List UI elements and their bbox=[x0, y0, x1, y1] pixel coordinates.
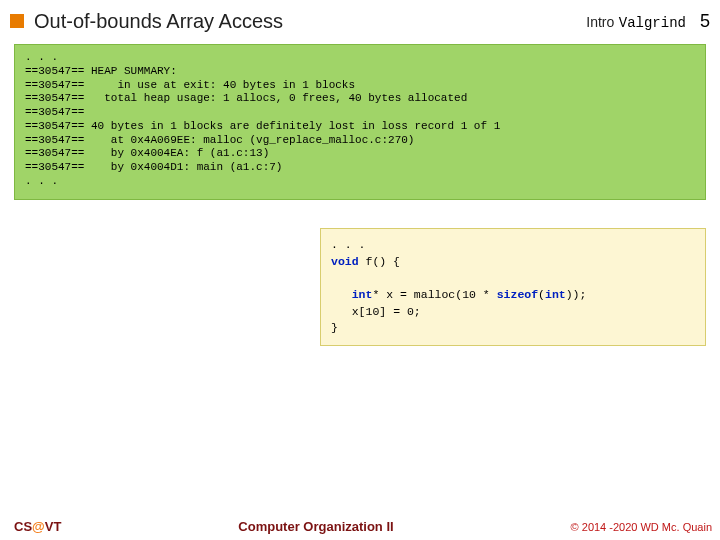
topic-label: Intro Valgrind bbox=[586, 13, 686, 31]
header-right-group: Intro Valgrind 5 bbox=[586, 11, 710, 32]
footer-center: Computer Organization II bbox=[61, 519, 570, 534]
footer-course: CS@VT bbox=[14, 519, 61, 534]
footer-course-prefix: CS bbox=[14, 519, 32, 534]
valgrind-output-text: . . . ==30547== HEAP SUMMARY: ==30547== … bbox=[25, 51, 695, 189]
topic-code: Valgrind bbox=[619, 15, 686, 31]
source-code-box: . . . void f() { int* x = malloc(10 * si… bbox=[320, 228, 706, 346]
footer-course-at: @ bbox=[32, 519, 45, 534]
footer-copyright: © 2014 -2020 WD Mc. Quain bbox=[571, 521, 712, 533]
slide-header: Out-of-bounds Array Access Intro Valgrin… bbox=[10, 6, 710, 36]
footer-course-suffix: VT bbox=[45, 519, 62, 534]
title-bullet-icon bbox=[10, 14, 24, 28]
source-code-text: . . . void f() { int* x = malloc(10 * si… bbox=[331, 237, 695, 337]
valgrind-output-box: . . . ==30547== HEAP SUMMARY: ==30547== … bbox=[14, 44, 706, 200]
slide-footer: CS@VT Computer Organization II © 2014 -2… bbox=[14, 519, 712, 534]
slide-title: Out-of-bounds Array Access bbox=[34, 10, 283, 33]
page-number: 5 bbox=[700, 11, 710, 32]
